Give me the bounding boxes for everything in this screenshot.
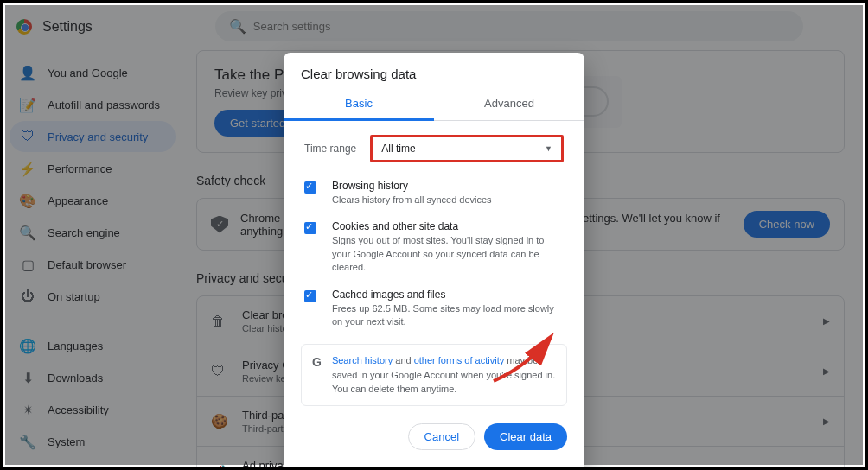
checkbox-row: Cached images and filesFrees up 62.5 MB.…: [284, 282, 584, 336]
time-range-value: All time: [381, 143, 415, 155]
dialog-title: Clear browsing data: [284, 67, 584, 88]
check-title: Cached images and files: [332, 289, 564, 301]
google-icon: G: [312, 353, 322, 372]
sidebar-item-label: Reset settings: [48, 467, 118, 471]
chevron-right-icon: ▶: [823, 467, 830, 470]
other-activity-link[interactable]: other forms of activity: [414, 355, 505, 365]
sidebar-icon: ↺: [20, 466, 35, 470]
checkbox[interactable]: [304, 222, 316, 234]
cancel-button[interactable]: Cancel: [408, 423, 475, 450]
google-activity-info: G Search history and other forms of acti…: [301, 344, 567, 406]
check-desc: Frees up 62.5 MB. Some sites may load mo…: [332, 302, 564, 329]
check-title: Browsing history: [332, 180, 492, 192]
modal-overlay: Clear browsing data Basic Advanced Time …: [5, 5, 863, 465]
time-range-select[interactable]: All time ▼: [370, 135, 564, 162]
checkbox-row: Cookies and other site dataSigns you out…: [284, 213, 584, 281]
dialog-tabs: Basic Advanced: [284, 88, 584, 121]
time-range-label: Time range: [304, 143, 356, 155]
chevron-down-icon: ▼: [545, 144, 552, 153]
check-desc: Signs you out of most sites. You'll stay…: [332, 234, 564, 274]
checkbox-row: Browsing historyClears history from all …: [284, 173, 584, 213]
checkbox[interactable]: [304, 181, 316, 194]
check-title: Cookies and other site data: [332, 220, 564, 232]
search-history-link[interactable]: Search history: [332, 355, 393, 365]
tab-advanced[interactable]: Advanced: [434, 88, 584, 120]
tab-basic[interactable]: Basic: [284, 88, 434, 121]
clear-browsing-data-dialog: Clear browsing data Basic Advanced Time …: [284, 53, 584, 470]
checkbox[interactable]: [304, 290, 316, 302]
check-desc: Clears history from all synced devices: [332, 194, 492, 206]
clear-data-button[interactable]: Clear data: [484, 423, 567, 450]
